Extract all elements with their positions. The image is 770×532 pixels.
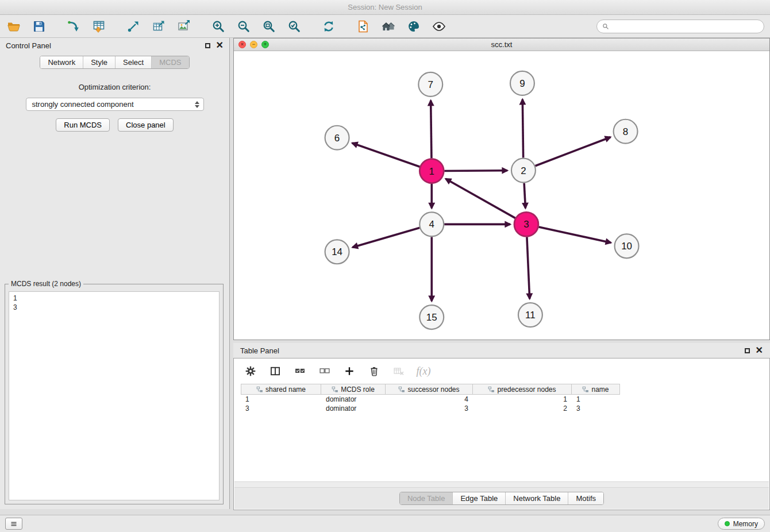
network-graph[interactable]: 7968124314101511: [234, 51, 769, 340]
search-input[interactable]: [612, 22, 759, 30]
home-icon[interactable]: [380, 18, 396, 34]
eye-icon[interactable]: [431, 18, 447, 34]
optimization-criterion-select[interactable]: strongly connected component: [26, 98, 204, 111]
table-horizontal-scrollbar[interactable]: [234, 481, 769, 488]
svg-text:1: 1: [429, 166, 434, 177]
memory-label: Memory: [733, 520, 758, 528]
graph-edge-2-8[interactable]: [535, 137, 610, 166]
network-window-title: scc.txt: [491, 40, 513, 49]
control-panel-tabs: NetworkStyleSelectMCDS: [40, 56, 189, 69]
graph-node-14[interactable]: 14: [325, 240, 349, 264]
select-all-icon[interactable]: [292, 364, 307, 379]
column-icon[interactable]: [268, 364, 283, 379]
graph-edge-4-14[interactable]: [352, 228, 419, 247]
mcds-result-node: 3: [13, 303, 215, 312]
column-header-mcds-role[interactable]: MCDS role: [321, 384, 386, 395]
graph-node-7[interactable]: 7: [418, 72, 442, 97]
column-header-shared-name[interactable]: shared name: [241, 384, 321, 395]
network-file-icon[interactable]: [355, 18, 371, 34]
column-header-successor-nodes[interactable]: successor nodes: [386, 384, 473, 395]
run-mcds-button[interactable]: Run MCDS: [56, 118, 110, 132]
tab-edge-table[interactable]: Edge Table: [452, 492, 505, 504]
svg-text:9: 9: [519, 78, 525, 89]
zoom-in-icon[interactable]: [210, 18, 226, 34]
network-canvas[interactable]: 7968124314101511: [234, 51, 769, 340]
graph-edge-1-6[interactable]: [352, 143, 420, 167]
export-image-icon[interactable]: [176, 18, 192, 34]
float-panel-icon[interactable]: [205, 43, 210, 48]
column-header-name[interactable]: name: [572, 384, 620, 395]
trash-icon[interactable]: [367, 364, 382, 379]
search-field[interactable]: [596, 20, 764, 33]
close-table-panel-icon[interactable]: ✕: [756, 347, 763, 354]
search-icon: [602, 23, 609, 30]
close-panel-icon[interactable]: ✕: [216, 42, 224, 49]
tab-network-table[interactable]: Network Table: [505, 492, 568, 504]
deselect-icon[interactable]: [317, 364, 332, 379]
tab-select[interactable]: Select: [115, 56, 151, 68]
node-table: shared nameMCDS rolesuccessor nodesprede…: [241, 384, 769, 413]
svg-text:14: 14: [332, 246, 342, 257]
tab-network[interactable]: Network: [40, 56, 83, 68]
graph-edge-1-7[interactable]: [431, 101, 432, 159]
maximize-window-button[interactable]: +: [261, 41, 269, 48]
column-header-predecessor-nodes[interactable]: predecessor nodes: [473, 384, 572, 395]
export-network-icon[interactable]: [125, 18, 141, 34]
graph-node-2[interactable]: 2: [511, 159, 536, 183]
close-window-button[interactable]: ×: [238, 41, 246, 48]
graph-edge-3-11[interactable]: [527, 237, 530, 299]
gear-icon[interactable]: [243, 364, 258, 379]
svg-text:7: 7: [428, 79, 433, 90]
import-table-icon[interactable]: [91, 18, 107, 34]
graph-node-4[interactable]: 4: [419, 212, 444, 236]
tab-style[interactable]: Style: [83, 56, 115, 68]
refresh-icon[interactable]: [321, 18, 337, 34]
memory-status-dot-icon: [725, 521, 730, 526]
table-row[interactable]: 3dominator323: [241, 404, 769, 413]
graph-edge-2-9[interactable]: [522, 99, 523, 158]
status-menu-button[interactable]: [5, 518, 22, 530]
control-panel: Control Panel ✕ NetworkStyleSelectMCDS O…: [0, 38, 230, 509]
export-table-icon[interactable]: [151, 18, 167, 34]
zoom-fit-icon[interactable]: [261, 18, 277, 34]
tab-motifs[interactable]: Motifs: [568, 492, 603, 504]
graph-edge-2-3[interactable]: [524, 183, 525, 209]
graph-node-9[interactable]: 9: [510, 71, 534, 95]
graph-edge-1-2[interactable]: [444, 171, 507, 171]
column-header-label: shared name: [265, 385, 306, 394]
network-window-titlebar[interactable]: × − + scc.txt: [234, 38, 769, 51]
zoom-selected-icon[interactable]: [286, 18, 302, 34]
svg-text:10: 10: [621, 241, 632, 252]
graph-node-10[interactable]: 10: [615, 234, 639, 258]
tab-node-table[interactable]: Node Table: [400, 492, 453, 504]
graph-edge-3-1[interactable]: [446, 179, 515, 218]
mcds-result-title: MCDS result (2 nodes): [9, 280, 83, 288]
graph-node-1[interactable]: 1: [419, 159, 444, 183]
table-tabs-bar: Node TableEdge TableNetwork TableMotifs: [234, 488, 769, 509]
network-view-window: × − + scc.txt 7968124314101511: [233, 38, 770, 340]
optimization-criterion-label: Optimization criterion:: [0, 83, 229, 91]
status-bar: Memory: [0, 515, 770, 532]
graph-node-3[interactable]: 3: [514, 212, 538, 236]
list-menu-icon: [10, 521, 17, 527]
graph-node-6[interactable]: 6: [325, 126, 349, 150]
style-icon[interactable]: [406, 18, 422, 34]
table-cell: 1: [572, 395, 620, 404]
add-icon[interactable]: [342, 364, 357, 379]
graph-node-11[interactable]: 11: [518, 303, 542, 327]
memory-button[interactable]: Memory: [718, 518, 765, 530]
minimize-window-button[interactable]: −: [250, 41, 257, 48]
graph-node-8[interactable]: 8: [614, 119, 638, 144]
zoom-out-icon[interactable]: [236, 18, 252, 34]
import-network-icon[interactable]: [66, 18, 82, 34]
table-row[interactable]: 1dominator411: [241, 395, 769, 404]
mcds-result-list[interactable]: 13: [9, 291, 220, 500]
save-icon[interactable]: [31, 18, 47, 34]
graph-node-15[interactable]: 15: [419, 305, 444, 329]
float-table-panel-icon[interactable]: [745, 348, 750, 353]
graph-edge-3-10[interactable]: [538, 227, 611, 242]
tab-mcds[interactable]: MCDS: [151, 56, 188, 68]
open-folder-icon[interactable]: [6, 18, 22, 34]
close-panel-button[interactable]: Close panel: [118, 118, 174, 132]
column-header-label: predecessor nodes: [497, 385, 556, 394]
